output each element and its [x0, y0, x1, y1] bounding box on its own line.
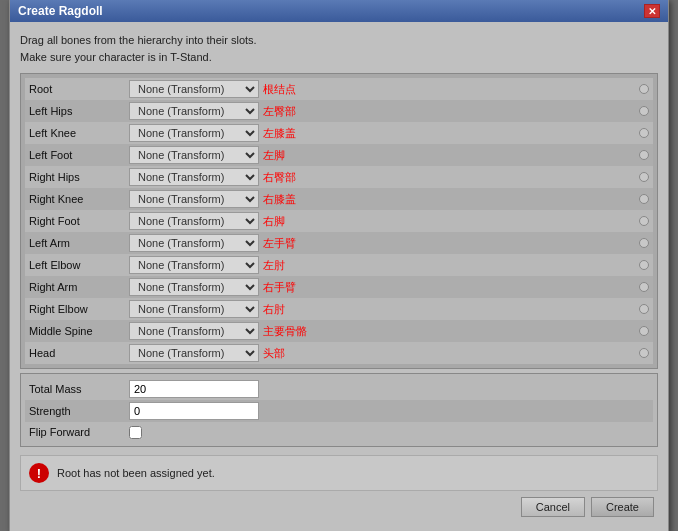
bone-field-dropdown[interactable]: None (Transform) [129, 146, 259, 164]
simple-field-label: Strength [29, 405, 129, 417]
window-content: Drag all bones from the hierarchy into t… [10, 22, 668, 531]
bone-field-dropdown[interactable]: None (Transform) [129, 168, 259, 186]
bone-field-circle [639, 194, 649, 204]
bone-field-row: RootNone (Transform)根结点 [25, 78, 653, 100]
bone-field-label: Right Elbow [29, 303, 129, 315]
bone-field-annotation: 左肘 [263, 258, 285, 273]
bone-field-dropdown[interactable]: None (Transform) [129, 300, 259, 318]
simple-field-row: Strength [25, 400, 653, 422]
bone-field-label: Left Hips [29, 105, 129, 117]
bone-field-annotation: 右臀部 [263, 170, 296, 185]
error-bar: ! Root has not been assigned yet. [20, 455, 658, 491]
instruction-line1: Drag all bones from the hierarchy into t… [20, 32, 658, 49]
bone-field-circle [639, 282, 649, 292]
simple-field-label: Total Mass [29, 383, 129, 395]
bone-field-input-wrap: None (Transform)头部 [129, 344, 649, 362]
error-icon: ! [29, 463, 49, 483]
window-title: Create Ragdoll [18, 4, 103, 18]
bone-field-dropdown[interactable]: None (Transform) [129, 102, 259, 120]
simple-field-row: Flip Forward [25, 422, 653, 442]
bone-field-label: Left Elbow [29, 259, 129, 271]
bone-field-input-wrap: None (Transform)左手臂 [129, 234, 649, 252]
bone-field-circle [639, 150, 649, 160]
simple-field-input[interactable] [129, 402, 259, 420]
bone-field-row: Left ElbowNone (Transform)左肘 [25, 254, 653, 276]
bone-field-annotation: 右手臂 [263, 280, 296, 295]
bone-field-annotation: 右膝盖 [263, 192, 296, 207]
bone-field-input-wrap: None (Transform)根结点 [129, 80, 649, 98]
bone-field-annotation: 头部 [263, 346, 285, 361]
simple-fields-area: Total MassStrengthFlip Forward [20, 373, 658, 447]
bone-field-circle [639, 84, 649, 94]
bone-field-label: Middle Spine [29, 325, 129, 337]
bone-field-circle [639, 128, 649, 138]
bone-field-input-wrap: None (Transform)右肘 [129, 300, 649, 318]
bone-field-row: Right ElbowNone (Transform)右肘 [25, 298, 653, 320]
bottom-buttons: Cancel Create [20, 491, 658, 521]
bone-field-label: Right Knee [29, 193, 129, 205]
bone-field-dropdown[interactable]: None (Transform) [129, 256, 259, 274]
bone-field-input-wrap: None (Transform)右臀部 [129, 168, 649, 186]
bone-field-label: Right Arm [29, 281, 129, 293]
bone-field-annotation: 主要骨骼 [263, 324, 307, 339]
bone-field-circle [639, 326, 649, 336]
bone-field-row: Left FootNone (Transform)左脚 [25, 144, 653, 166]
bone-field-input-wrap: None (Transform)右脚 [129, 212, 649, 230]
fields-area: RootNone (Transform)根结点Left HipsNone (Tr… [20, 73, 658, 369]
bone-field-annotation: 左膝盖 [263, 126, 296, 141]
bone-field-row: Right ArmNone (Transform)右手臂 [25, 276, 653, 298]
bone-field-row: Left ArmNone (Transform)左手臂 [25, 232, 653, 254]
bone-field-dropdown[interactable]: None (Transform) [129, 80, 259, 98]
instruction-line2: Make sure your character is in T-Stand. [20, 49, 658, 66]
simple-field-input[interactable] [129, 380, 259, 398]
bone-field-row: Left KneeNone (Transform)左膝盖 [25, 122, 653, 144]
title-bar: Create Ragdoll ✕ [10, 0, 668, 22]
bone-field-annotation: 左臀部 [263, 104, 296, 119]
bone-field-row: Right KneeNone (Transform)右膝盖 [25, 188, 653, 210]
bone-field-circle [639, 260, 649, 270]
bone-field-annotation: 根结点 [263, 82, 296, 97]
bone-field-label: Left Knee [29, 127, 129, 139]
bone-field-circle [639, 238, 649, 248]
bone-field-dropdown[interactable]: None (Transform) [129, 278, 259, 296]
bone-field-row: Right HipsNone (Transform)右臀部 [25, 166, 653, 188]
bone-field-input-wrap: None (Transform)左臀部 [129, 102, 649, 120]
bone-field-row: Middle SpineNone (Transform)主要骨骼 [25, 320, 653, 342]
bone-field-label: Left Arm [29, 237, 129, 249]
bone-field-circle [639, 216, 649, 226]
simple-field-label: Flip Forward [29, 426, 129, 438]
bone-field-circle [639, 106, 649, 116]
bone-field-row: Left HipsNone (Transform)左臀部 [25, 100, 653, 122]
bone-field-dropdown[interactable]: None (Transform) [129, 212, 259, 230]
simple-field-input-wrap [129, 380, 649, 398]
simple-field-input-wrap [129, 402, 649, 420]
error-message: Root has not been assigned yet. [57, 467, 215, 479]
bone-field-annotation: 右肘 [263, 302, 285, 317]
flip-forward-checkbox[interactable] [129, 426, 142, 439]
bone-field-row: HeadNone (Transform)头部 [25, 342, 653, 364]
bone-field-input-wrap: None (Transform)左肘 [129, 256, 649, 274]
bone-field-circle [639, 304, 649, 314]
bone-field-input-wrap: None (Transform)左膝盖 [129, 124, 649, 142]
bone-field-label: Left Foot [29, 149, 129, 161]
bone-field-dropdown[interactable]: None (Transform) [129, 124, 259, 142]
bone-field-annotation: 右脚 [263, 214, 285, 229]
bone-field-dropdown[interactable]: None (Transform) [129, 344, 259, 362]
bone-field-dropdown[interactable]: None (Transform) [129, 190, 259, 208]
simple-field-row: Total Mass [25, 378, 653, 400]
bone-field-row: Right FootNone (Transform)右脚 [25, 210, 653, 232]
bone-field-annotation: 左手臂 [263, 236, 296, 251]
bone-field-input-wrap: None (Transform)左脚 [129, 146, 649, 164]
bone-field-dropdown[interactable]: None (Transform) [129, 322, 259, 340]
simple-field-input-wrap [129, 426, 649, 439]
bone-field-circle [639, 172, 649, 182]
bone-field-input-wrap: None (Transform)主要骨骼 [129, 322, 649, 340]
close-button[interactable]: ✕ [644, 4, 660, 18]
bone-field-label: Right Foot [29, 215, 129, 227]
bone-field-input-wrap: None (Transform)右手臂 [129, 278, 649, 296]
create-ragdoll-window: Create Ragdoll ✕ Drag all bones from the… [9, 0, 669, 531]
bone-field-dropdown[interactable]: None (Transform) [129, 234, 259, 252]
cancel-button[interactable]: Cancel [521, 497, 585, 517]
create-button[interactable]: Create [591, 497, 654, 517]
bone-field-label: Right Hips [29, 171, 129, 183]
